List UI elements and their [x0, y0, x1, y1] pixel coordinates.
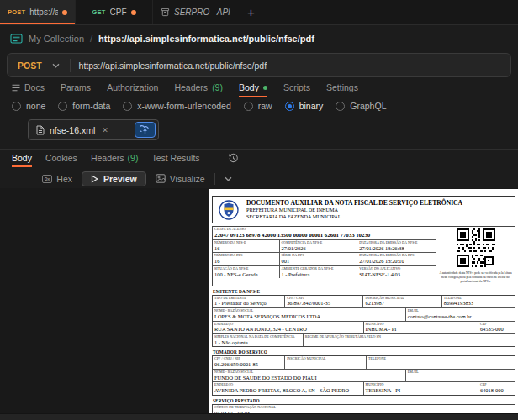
hex-view-button[interactable]: 0x Hex [42, 174, 72, 184]
field-value: FUNDO DE SAUDE DO ESTADO DO PIAUI [214, 375, 404, 381]
open-tab-serpro-collection[interactable]: SERPRO - API Consulta C [153, 0, 237, 24]
tab-label: Headers [174, 82, 208, 92]
binary-file-chip: nfse-16.xml ✕ [28, 119, 159, 140]
field-value: 64535-000 [480, 326, 513, 333]
field-value: 27/01/2026 [282, 245, 356, 252]
tab-params[interactable]: Params [61, 81, 91, 97]
field-value: RUA SANTO ANTONIO, 324 - CENTRO [214, 326, 362, 333]
new-tab-button[interactable]: + [237, 0, 265, 24]
pdf-document-title: DOCUMENTO AUXILIAR DA NOTA FISCAL DE SER… [246, 199, 462, 207]
pdf-info-table: CHAVE DE ACESSO 22047 09123 68978 42000 … [212, 226, 436, 286]
pdf-emitente-table: TIPO DE EMITENTE1 - Prestador do Serviço… [212, 295, 515, 348]
remove-file-button[interactable]: ✕ [100, 126, 110, 134]
pdf-page: DOCUMENTO AUXILIAR DA NOTA FISCAL DE SER… [209, 189, 518, 413]
divider [214, 154, 214, 165]
request-config-tabs: Docs Params Authorization Headers (9) Bo… [0, 81, 518, 97]
response-history-button[interactable] [228, 153, 239, 164]
mode-label: GraphQL [350, 101, 386, 111]
body-mode-none[interactable]: none [12, 101, 45, 111]
select-file-button[interactable] [135, 122, 156, 138]
tab-label: Headers [91, 153, 124, 163]
tab-title: https://api.simplesinfo [29, 8, 58, 17]
window-footer [0, 413, 518, 420]
tab-label: Body [239, 82, 259, 92]
tab-label: Cookies [45, 153, 77, 163]
open-tab-get-cpf[interactable]: GET CPF [76, 0, 153, 24]
pdf-subtitle-1: PREFEITURA MUNICIPAL DE INHUMA [246, 207, 462, 213]
tomador-section-title: TOMADOR DO SERVIÇO [213, 349, 515, 354]
tab-docs[interactable]: Docs [12, 81, 45, 97]
body-mode-raw[interactable]: raw [244, 101, 272, 111]
response-tab-cookies[interactable]: Cookies [45, 152, 77, 167]
breadcrumb: My Collection / https://api.simplesinfor… [0, 25, 518, 52]
body-mode-selector: none form-data x-www-form-urlencoded raw… [0, 97, 518, 114]
mode-label: none [26, 101, 45, 111]
field-value: 64018-000 [480, 387, 513, 394]
history-clock-icon [228, 153, 239, 164]
pdf-qr-panel: A autenticidade desta NFS-e pode ser ver… [436, 226, 515, 286]
field-value: contato@contasse-the.com.br [408, 313, 513, 320]
view-label: Preview [103, 174, 137, 184]
field-value: AVENIDA PEDRO FREITAS, BLOCO A, SN - SÃO… [214, 387, 362, 394]
response-preview-pane[interactable]: DOCUMENTO AUXILIAR DA NOTA FISCAL DE SER… [0, 188, 518, 413]
body-mode-binary[interactable]: binary [285, 101, 324, 111]
tab-title: CPF [110, 8, 127, 17]
upload-icon [140, 125, 151, 134]
breadcrumb-separator: / [90, 34, 92, 44]
collection-icon [161, 8, 170, 17]
url-input[interactable]: https://api.simplesinformatica.net/publi… [79, 60, 267, 71]
qr-caption: A autenticidade desta NFS-e pode ser ver… [439, 271, 512, 284]
chevron-down-icon[interactable] [225, 176, 232, 181]
visualize-view-button[interactable]: Visualize [156, 174, 205, 184]
tab-settings[interactable]: Settings [326, 81, 358, 97]
body-mode-graphql[interactable]: GraphQL [336, 101, 386, 111]
servico-section-title: SERVIÇO PRESTADO [213, 398, 515, 403]
tab-method-label: POST [8, 8, 25, 16]
tab-title: SERPRO - API Consulta C [174, 8, 230, 17]
unsaved-changes-dot [62, 10, 67, 15]
tab-label: Settings [326, 82, 358, 92]
file-icon [36, 125, 45, 135]
breadcrumb-request-title: https://api.simplesinformatica.net/publi… [98, 34, 314, 44]
body-mode-urlencoded[interactable]: x-www-form-urlencoded [123, 101, 230, 111]
tab-label: Docs [24, 82, 45, 92]
divider [70, 59, 71, 72]
field-value: 1 - Prefeitura [282, 271, 356, 278]
radio-icon [336, 102, 345, 111]
field-value: 04.03.01 - 04.03 [214, 410, 513, 413]
hex-icon: 0x [42, 175, 52, 183]
radio-icon [12, 102, 21, 111]
open-tab-post-request[interactable]: POST https://api.simplesinfo [0, 0, 76, 24]
response-tab-test-results[interactable]: Test Results [151, 152, 199, 167]
mode-label: raw [258, 101, 272, 111]
body-content-dot [263, 86, 267, 90]
tab-label: Authorization [107, 82, 158, 92]
field-value: 1 - Não optante [214, 339, 301, 346]
field-label: TELEFONE [368, 357, 513, 361]
method-dropdown[interactable]: POST [8, 60, 70, 71]
view-label: Visualize [170, 174, 205, 184]
field-value: LOPES & MOTA SERVIÇOS MEDICOS LTDA [214, 313, 404, 320]
play-icon [91, 175, 98, 183]
body-mode-form-data[interactable]: form-data [58, 101, 110, 111]
docs-list-icon [12, 84, 20, 92]
breadcrumb-collection[interactable]: My Collection [29, 34, 84, 44]
tab-body[interactable]: Body [239, 81, 267, 97]
method-label: POST [18, 60, 42, 71]
preview-view-button[interactable]: Preview [82, 171, 146, 186]
tab-headers[interactable]: Headers (9) [174, 81, 223, 97]
tab-authorization[interactable]: Authorization [107, 81, 158, 97]
field-value: 06.206.659/0001-85 [214, 361, 283, 368]
tab-scripts[interactable]: Scripts [283, 81, 310, 97]
response-tab-headers[interactable]: Headers (9) [91, 152, 139, 167]
tab-method-label: GET [92, 8, 105, 16]
view-label: Hex [56, 174, 72, 184]
radio-icon [244, 102, 253, 111]
field-label: INSCRIÇÃO MUNICIPAL [287, 357, 364, 361]
municipality-coat-of-arms [219, 199, 239, 221]
response-tab-body[interactable]: Body [12, 152, 32, 167]
emitente-section-title: EMITENTE DA NFS-E [213, 289, 515, 294]
field-value: 100 - NFS-e Gerada [214, 271, 278, 278]
mode-label: binary [299, 101, 324, 111]
tab-label: Scripts [283, 82, 310, 92]
